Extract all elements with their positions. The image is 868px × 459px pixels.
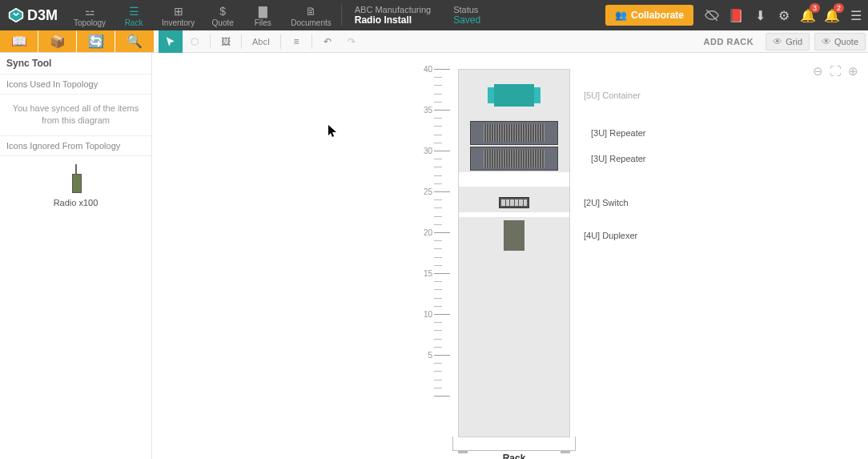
icons-used-heading: Icons Used In Topology: [0, 74, 151, 95]
rack-diagram: 40 35 30 25 20 15 10 5 [5U] Container [3…: [432, 69, 570, 437]
device-repeater-2[interactable]: [3U] Repeater: [470, 147, 558, 171]
device-repeater-1[interactable]: [3U] Repeater: [470, 121, 558, 145]
device-switch[interactable]: [2U] Switch: [464, 195, 565, 211]
nav-files[interactable]: ▇Files: [243, 0, 283, 30]
tab-stencil[interactable]: 📦: [38, 30, 77, 52]
menu-icon[interactable]: ☰: [844, 0, 868, 30]
device-label: [2U] Switch: [584, 198, 629, 207]
sidebar: Sync Tool Icons Used In Topology You hav…: [0, 53, 152, 459]
right-tools: ADD RACK 👁Grid 👁Quote: [694, 30, 868, 52]
text-tool[interactable]: AbcI: [245, 30, 277, 53]
grid-icon: ⊞: [174, 6, 183, 18]
redo-tool: ↷: [340, 30, 364, 53]
add-rack-button[interactable]: ADD RACK: [694, 37, 764, 46]
device-label: [3U] Repeater: [591, 128, 645, 138]
project-name: Radio Install: [355, 14, 431, 26]
folder-icon: ▇: [259, 6, 267, 18]
blank-panel: [459, 212, 569, 217]
hierarchy-icon: ⚍: [85, 6, 95, 18]
undo-tool[interactable]: ↶: [315, 30, 340, 53]
rack-icon: ☰: [129, 6, 139, 18]
quote-toggle[interactable]: 👁Quote: [814, 33, 866, 50]
pointer-tool[interactable]: [159, 30, 183, 53]
eye-off-icon: 👁: [773, 36, 782, 47]
tools-strip: ⬡ 🖼 AbcI ≡ ↶ ↷: [154, 30, 364, 52]
sidebar-title: Sync Tool: [0, 53, 151, 74]
nav-topology[interactable]: ⚍Topology: [66, 0, 114, 30]
download-icon[interactable]: ⬇: [748, 0, 772, 30]
device-container[interactable]: [5U] Container: [464, 76, 565, 115]
eye-off-icon: 👁: [822, 36, 831, 47]
zoom-out-icon[interactable]: ⊖: [813, 64, 823, 79]
status-value: Saved: [453, 14, 480, 26]
icons-ignored-heading: Icons Ignored From Topology: [0, 136, 151, 156]
canvas[interactable]: ⊖ ⛶ ⊕ 40 35 30 25 20 15 10 5 [5U] Con: [152, 53, 868, 459]
collaborate-button[interactable]: 👥 Collaborate: [605, 5, 693, 26]
device-label: [4U] Duplexer: [584, 231, 637, 240]
nav-quote[interactable]: $Quote: [203, 0, 243, 30]
rack-ruler: 40 35 30 25 20 15 10 5: [432, 69, 439, 437]
cursor-icon: [328, 125, 338, 138]
blank-panel: [459, 172, 569, 187]
nav-documents[interactable]: 🗎Documents: [283, 0, 340, 30]
device-label: [3U] Repeater: [591, 154, 645, 163]
bell-icon[interactable]: 🔔3: [796, 0, 820, 30]
app-logo[interactable]: D3M: [0, 0, 66, 30]
alert-icon[interactable]: 🔔2: [820, 0, 844, 30]
fit-screen-icon[interactable]: ⛶: [830, 64, 842, 79]
tab-sync[interactable]: 🔄: [77, 30, 115, 52]
rack-body[interactable]: [5U] Container [3U] Repeater [3U] Repeat…: [458, 69, 570, 437]
sync-note: You have synced all of the items from th…: [0, 95, 151, 136]
shape-tool: ⬡: [183, 30, 207, 53]
separator: [341, 5, 342, 26]
radio-icon: [72, 164, 80, 193]
zoom-in-icon[interactable]: ⊕: [848, 64, 858, 79]
grid-toggle[interactable]: 👁Grid: [766, 33, 810, 50]
main-area: Sync Tool Icons Used In Topology You hav…: [0, 53, 868, 459]
ignored-item-label: Radio x100: [54, 198, 98, 207]
gear-icon[interactable]: ⚙: [772, 0, 796, 30]
nav-inventory[interactable]: ⊞Inventory: [154, 0, 203, 30]
project-info: ABC Manufacturing Radio Install: [344, 0, 442, 30]
people-icon: 👥: [615, 10, 627, 21]
zoom-controls: ⊖ ⛶ ⊕: [813, 64, 858, 79]
book-icon[interactable]: 📕: [724, 0, 748, 30]
nav-rack[interactable]: ☰Rack: [114, 0, 154, 30]
rack-label: Rack: [503, 453, 526, 459]
status-label: Status: [453, 5, 480, 14]
project-company: ABC Manufacturing: [355, 5, 431, 14]
dollar-icon: $: [219, 6, 226, 18]
document-icon: 🗎: [305, 6, 316, 18]
tab-search[interactable]: 🔍: [115, 30, 154, 52]
toolbar: 📖 📦 🔄 🔍 ⬡ 🖼 AbcI ≡ ↶ ↷ ADD RACK 👁Grid 👁Q…: [0, 30, 868, 53]
rack-base: [452, 437, 576, 451]
image-tool[interactable]: 🖼: [214, 30, 238, 53]
visibility-icon[interactable]: [700, 0, 724, 30]
align-tool[interactable]: ≡: [284, 30, 308, 53]
ignored-item[interactable]: Radio x100: [0, 156, 151, 215]
top-navbar: D3M ⚍Topology ☰Rack ⊞Inventory $Quote ▇F…: [0, 0, 868, 30]
device-duplexer[interactable]: [4U] Duplexer: [464, 220, 565, 251]
device-label: [5U] Container: [584, 91, 641, 100]
tab-library[interactable]: 📖: [0, 30, 38, 52]
side-tabs: 📖 📦 🔄 🔍: [0, 30, 154, 52]
status-block: Status Saved: [442, 0, 492, 30]
